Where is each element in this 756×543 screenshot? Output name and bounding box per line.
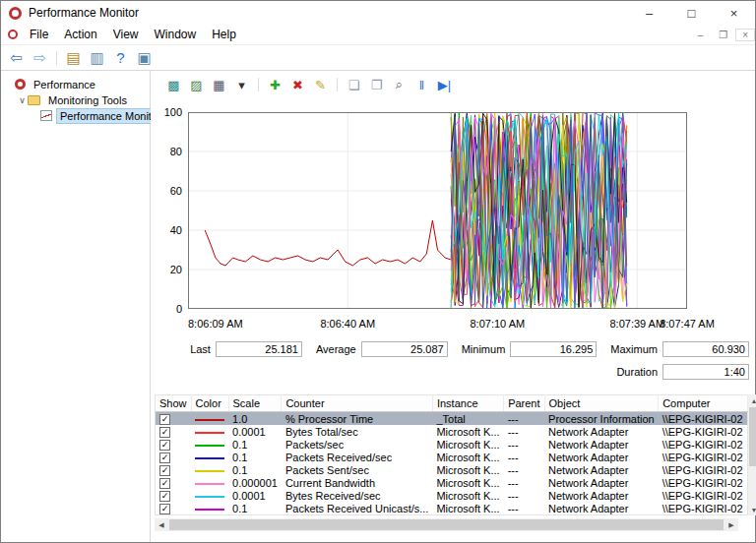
new-window-icon[interactable]: ▣ <box>134 47 155 68</box>
column-header-counter[interactable]: Counter <box>282 395 433 412</box>
counter-cell: Packets Sent/sec <box>282 463 433 476</box>
mdi-minimize-button[interactable]: – <box>690 30 712 40</box>
horizontal-scrollbar[interactable]: ◀ ▶ <box>155 518 738 531</box>
tree-item-label: Performance <box>30 77 99 92</box>
instance-cell: Microsoft K... <box>432 425 503 438</box>
counter-row[interactable]: ✓1.0% Processor Time_Total---Processor I… <box>156 412 748 426</box>
update-data-icon[interactable]: ▶| <box>435 76 454 94</box>
tree-item-monitoring-tools[interactable]: ∨Monitoring Tools <box>1 92 150 107</box>
column-header-parent[interactable]: Parent <box>504 395 544 412</box>
expander-icon[interactable]: ∨ <box>17 95 28 105</box>
scroll-left-icon[interactable]: ◀ <box>155 521 168 529</box>
view-current-activity-icon[interactable]: ▩ <box>164 76 183 94</box>
counter-row[interactable]: ✓0.1Packets Received/secMicrosoft K...--… <box>156 451 748 463</box>
column-header-instance[interactable]: Instance <box>432 395 503 412</box>
counter-cell: Packets Received/sec <box>282 451 433 463</box>
computer-cell: \\EPG-KIGIRI-02 <box>659 463 747 476</box>
copy-properties-icon[interactable]: ❏ <box>345 76 363 94</box>
show-console-tree-icon[interactable]: ▤ <box>63 47 84 68</box>
highlight-icon[interactable]: ✎ <box>311 76 330 94</box>
counter-row[interactable]: ✓0.000001Current BandwidthMicrosoft K...… <box>156 476 748 489</box>
column-header-object[interactable]: Object <box>544 395 659 412</box>
graph-type-dropdown-icon[interactable]: ▾ <box>232 76 251 94</box>
counter-row[interactable]: ✓0.0001Bytes Total/secMicrosoft K...---N… <box>156 425 748 438</box>
parent-cell: --- <box>504 489 544 502</box>
tree-item-performance-monitor[interactable]: Performance Monitor <box>1 108 150 123</box>
show-checkbox[interactable]: ✓ <box>159 465 170 476</box>
show-checkbox[interactable]: ✓ <box>159 427 170 438</box>
console-tree: Performance∨Monitoring ToolsPerformance … <box>1 71 151 542</box>
scroll-right-icon[interactable]: ▶ <box>724 521 738 529</box>
perfmon-app-icon <box>9 7 22 20</box>
counter-row[interactable]: ✓0.1Packets/secMicrosoft K...---Network … <box>156 438 748 451</box>
computer-cell: \\EPG-KIGIRI-02 <box>659 412 747 426</box>
tree-item-performance[interactable]: Performance <box>1 77 150 91</box>
object-cell: Network Adapter <box>544 425 659 438</box>
view-log-data-icon[interactable]: ▨ <box>187 76 206 94</box>
vertical-scrollbar[interactable]: ▲ ▼ <box>748 394 756 515</box>
instance-cell: Microsoft K... <box>432 502 503 515</box>
parent-cell: --- <box>504 451 544 463</box>
menu-window[interactable]: Window <box>147 26 205 43</box>
paste-counter-list-icon[interactable]: ❐ <box>367 76 386 94</box>
mdi-close-button[interactable]: × <box>735 29 755 41</box>
freeze-display-icon[interactable]: ‖ <box>412 76 431 94</box>
show-checkbox[interactable]: ✓ <box>159 414 170 425</box>
minimize-button[interactable]: – <box>628 1 670 25</box>
tree-item-label: Monitoring Tools <box>44 92 131 108</box>
mdi-restore-button[interactable]: ❐ <box>711 30 735 40</box>
scroll-up-icon[interactable]: ▲ <box>748 394 756 406</box>
delete-counter-icon[interactable]: ✖ <box>288 76 307 94</box>
parent-cell: --- <box>504 502 544 515</box>
title-bar: Performance Monitor – □ × <box>1 1 755 25</box>
y-axis-label: 100 <box>151 106 182 118</box>
color-cell <box>191 502 228 515</box>
column-header-color[interactable]: Color <box>191 395 228 412</box>
show-checkbox[interactable]: ✓ <box>159 491 170 502</box>
column-header-computer[interactable]: Computer <box>659 395 747 412</box>
column-header-scale[interactable]: Scale <box>228 395 282 412</box>
mdi-system-icon[interactable] <box>8 30 18 39</box>
window-controls: – □ × <box>628 1 755 25</box>
color-cell <box>191 463 228 476</box>
counter-table: ShowColorScaleCounterInstanceParentObjec… <box>155 394 748 515</box>
scale-cell: 0.0001 <box>228 425 282 438</box>
back-icon[interactable]: ⇦ <box>6 47 27 68</box>
show-checkbox[interactable]: ✓ <box>159 440 170 451</box>
change-graph-type-icon[interactable]: ▦ <box>210 76 228 94</box>
menu-file[interactable]: File <box>22 26 56 43</box>
instance-cell: Microsoft K... <box>432 489 503 502</box>
x-axis-label: 8:06:40 AM <box>320 318 375 330</box>
show-cell: ✓ <box>156 476 192 489</box>
menu-action[interactable]: Action <box>56 26 104 43</box>
scale-cell: 0.1 <box>228 463 282 476</box>
counter-row[interactable]: ✓0.1Packets Received Unicast/s...Microso… <box>156 502 748 515</box>
scale-cell: 0.0001 <box>228 489 282 502</box>
color-cell <box>191 476 228 489</box>
x-axis-label: 8:07:47 AM <box>660 318 715 330</box>
object-cell: Network Adapter <box>544 489 659 502</box>
counter-row[interactable]: ✓0.0001Bytes Received/secMicrosoft K...-… <box>156 489 748 502</box>
tree-item-label: Performance Monitor <box>56 108 165 124</box>
add-counter-icon[interactable]: ✚ <box>266 76 284 94</box>
export-list-icon[interactable]: ▥ <box>87 47 107 68</box>
zoom-icon[interactable]: ⌕ <box>390 76 409 94</box>
counter-cell: Packets Received Unicast/s... <box>282 502 433 515</box>
forward-icon[interactable]: ⇨ <box>30 47 50 68</box>
show-checkbox[interactable]: ✓ <box>159 478 170 489</box>
show-checkbox[interactable]: ✓ <box>159 452 170 463</box>
vertical-scroll-thumb[interactable] <box>749 407 756 466</box>
color-sample <box>195 445 224 447</box>
object-cell: Network Adapter <box>544 502 659 515</box>
menu-view[interactable]: View <box>105 26 147 43</box>
horizontal-scroll-thumb[interactable] <box>169 519 724 530</box>
counter-row[interactable]: ✓0.1Packets Sent/secMicrosoft K...---Net… <box>156 463 748 476</box>
close-button[interactable]: × <box>713 1 755 25</box>
column-header-show[interactable]: Show <box>156 395 192 412</box>
maximize-button[interactable]: □ <box>670 1 713 25</box>
menu-help[interactable]: Help <box>204 26 244 43</box>
scroll-down-icon[interactable]: ▼ <box>748 504 756 515</box>
color-sample <box>195 470 224 472</box>
show-checkbox[interactable]: ✓ <box>159 504 170 514</box>
help-icon[interactable]: ? <box>110 47 131 68</box>
